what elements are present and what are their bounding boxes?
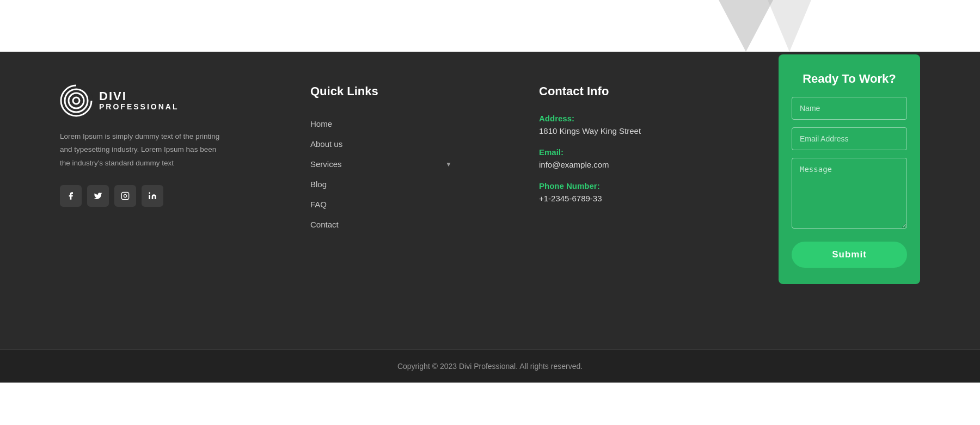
- social-icons-group: [60, 185, 223, 207]
- email-label: Email:: [539, 147, 691, 157]
- submit-button[interactable]: Submit: [792, 242, 907, 268]
- twitter-icon[interactable]: [87, 185, 109, 207]
- copyright-text: Copyright © 2023 Divi Professional. All …: [0, 362, 980, 371]
- nav-link-contact[interactable]: Contact: [310, 214, 452, 235]
- footer-main: DIVI PROFESSIONAL Lorem Ipsum is simply …: [0, 52, 980, 349]
- email-value: info@example.com: [539, 160, 691, 169]
- phone-label: Phone Number:: [539, 181, 691, 190]
- nav-link-blog[interactable]: Blog: [310, 174, 452, 194]
- svg-point-3: [73, 97, 79, 104]
- svg-point-6: [149, 192, 150, 194]
- email-input[interactable]: [792, 127, 907, 150]
- address-label: Address:: [539, 114, 691, 123]
- quick-links-title: Quick Links: [310, 84, 452, 98]
- nav-link-home[interactable]: Home: [310, 114, 452, 134]
- svg-rect-4: [121, 192, 128, 199]
- phone-block: Phone Number: +1-2345-6789-33: [539, 181, 691, 203]
- linkedin-icon[interactable]: [142, 185, 163, 207]
- chevron-down-icon: ▼: [445, 161, 452, 168]
- brand-logo: DIVI PROFESSIONAL: [60, 84, 223, 117]
- nav-link-about[interactable]: About us: [310, 134, 452, 154]
- name-input[interactable]: [792, 97, 907, 120]
- brand-column: DIVI PROFESSIONAL Lorem Ipsum is simply …: [60, 84, 223, 207]
- footer-spacer: [0, 284, 980, 317]
- contact-form-panel: Ready To Work? Submit: [779, 54, 920, 284]
- facebook-icon[interactable]: [60, 185, 82, 207]
- email-block: Email: info@example.com: [539, 147, 691, 169]
- address-block: Address: 1810 Kings Way King Street: [539, 114, 691, 135]
- quick-links-nav: Home About us Services ▼ Blog FAQ Contac…: [310, 114, 452, 235]
- brand-name-text: DIVI PROFESSIONAL: [99, 90, 179, 112]
- quick-links-column: Quick Links Home About us Services ▼ Blo…: [310, 84, 452, 235]
- nav-link-faq[interactable]: FAQ: [310, 194, 452, 214]
- contact-column: Contact Info Address: 1810 Kings Way Kin…: [539, 84, 691, 215]
- message-input[interactable]: [792, 158, 907, 229]
- nav-link-services[interactable]: Services ▼: [310, 154, 452, 174]
- footer-bar: Copyright © 2023 Divi Professional. All …: [0, 349, 980, 383]
- brand-description: Lorem Ipsum is simply dummy text of the …: [60, 130, 223, 170]
- address-value: 1810 Kings Way King Street: [539, 126, 691, 135]
- top-white-area: [0, 0, 980, 52]
- logo-icon: [60, 84, 93, 117]
- form-title: Ready To Work?: [792, 72, 907, 86]
- phone-value: +1-2345-6789-33: [539, 194, 691, 203]
- svg-point-2: [69, 93, 84, 108]
- contact-title: Contact Info: [539, 84, 691, 98]
- instagram-icon[interactable]: [114, 185, 136, 207]
